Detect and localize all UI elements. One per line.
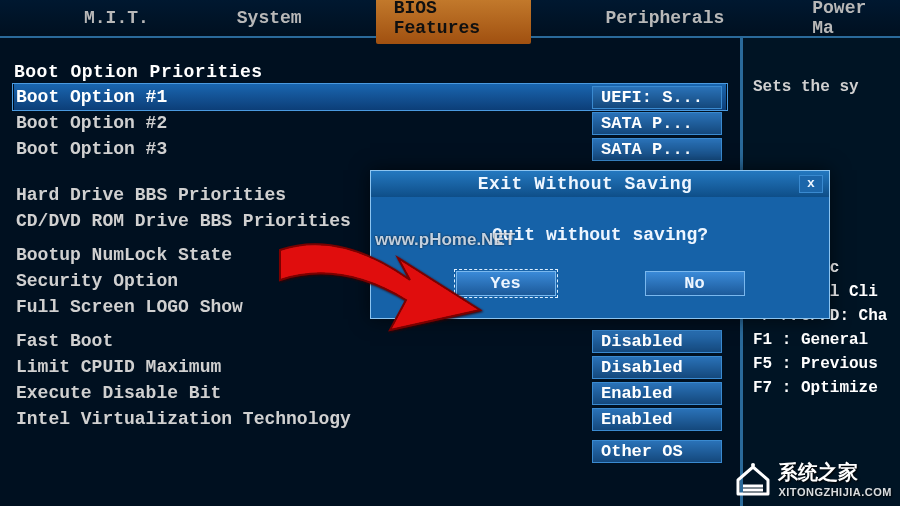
intel-vt-value[interactable]: Enabled <box>592 408 722 431</box>
watermark-xitongzhijia: 系统之家 XITONGZHIJIA.COM <box>734 459 892 498</box>
dialog-buttons: Yes No <box>371 263 829 318</box>
house-icon <box>734 462 772 496</box>
dialog-close-button[interactable]: x <box>799 175 823 193</box>
limit-cpuid-row[interactable]: Limit CPUID Maximum Disabled <box>14 354 726 380</box>
bios-tab-bar: M.I.T. System BIOS Features Peripherals … <box>0 0 900 38</box>
boot-option-3-value[interactable]: SATA P... <box>592 138 722 161</box>
watermark-text-main: 系统之家 <box>778 461 858 483</box>
limit-cpuid-value[interactable]: Disabled <box>592 356 722 379</box>
execute-disable-row[interactable]: Execute Disable Bit Enabled <box>14 380 726 406</box>
other-os-value[interactable]: Other OS <box>592 440 722 463</box>
yes-button[interactable]: Yes <box>456 271 556 296</box>
dialog-titlebar: Exit Without Saving x <box>371 171 829 197</box>
tab-system[interactable]: System <box>223 4 316 32</box>
boot-option-1-row[interactable]: Boot Option #1 UEFI: S... <box>14 84 726 110</box>
boot-option-2-value[interactable]: SATA P... <box>592 112 722 135</box>
tab-power[interactable]: Power Ma <box>798 0 900 42</box>
fast-boot-row[interactable]: Fast Boot Disabled <box>14 328 726 354</box>
boot-option-2-label: Boot Option #2 <box>16 113 592 133</box>
intel-vt-row[interactable]: Intel Virtualization Technology Enabled <box>14 406 726 432</box>
help-item: F7 : Optimize <box>753 376 894 400</box>
boot-option-1-label: Boot Option #1 <box>16 87 592 107</box>
section-title: Boot Option Priorities <box>14 62 726 82</box>
help-item: F1 : General <box>753 328 894 352</box>
fast-boot-label: Fast Boot <box>16 331 592 351</box>
watermark-phome: www.pHome.NET <box>375 230 515 250</box>
svg-point-0 <box>751 463 755 467</box>
help-description: Sets the sy <box>753 78 894 96</box>
boot-option-2-row[interactable]: Boot Option #2 SATA P... <box>14 110 726 136</box>
boot-option-1-value[interactable]: UEFI: S... <box>592 86 722 109</box>
tab-peripherals[interactable]: Peripherals <box>591 4 738 32</box>
tab-mit[interactable]: M.I.T. <box>70 4 163 32</box>
intel-vt-label: Intel Virtualization Technology <box>16 409 592 429</box>
boot-option-3-label: Boot Option #3 <box>16 139 592 159</box>
fast-boot-value[interactable]: Disabled <box>592 330 722 353</box>
boot-option-3-row[interactable]: Boot Option #3 SATA P... <box>14 136 726 162</box>
other-os-row[interactable]: Other OS <box>14 438 726 464</box>
execute-disable-value[interactable]: Enabled <box>592 382 722 405</box>
dialog-title: Exit Without Saving <box>371 174 799 194</box>
limit-cpuid-label: Limit CPUID Maximum <box>16 357 592 377</box>
no-button[interactable]: No <box>645 271 745 296</box>
execute-disable-label: Execute Disable Bit <box>16 383 592 403</box>
help-item: F5 : Previous <box>753 352 894 376</box>
watermark-text-sub: XITONGZHIJIA.COM <box>778 486 892 498</box>
